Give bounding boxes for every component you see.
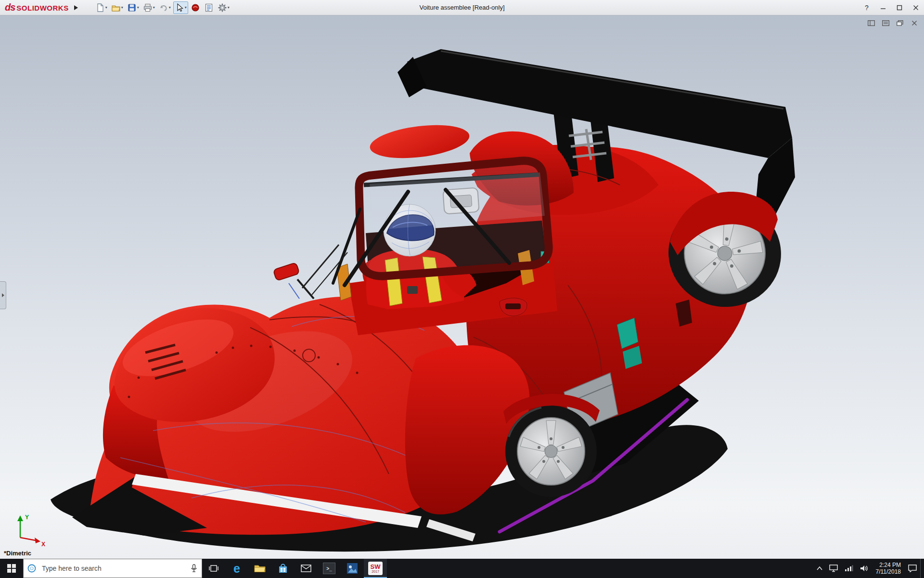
dropdown-caret-icon: ▾ [105, 5, 107, 10]
options-button[interactable]: ▾ [216, 1, 231, 14]
gear-icon [218, 3, 227, 13]
undo-arrow-icon [159, 3, 168, 13]
close-document-icon[interactable] [909, 18, 920, 28]
close-button[interactable] [908, 0, 924, 15]
network-icon [845, 565, 853, 572]
photos-icon [346, 563, 358, 574]
action-center-button[interactable] [905, 559, 920, 578]
dropdown-caret-icon: ▾ [153, 5, 155, 10]
store-button[interactable] [271, 559, 295, 578]
clock-date: 7/11/2018 [876, 568, 901, 575]
rebuild-button[interactable] [189, 1, 202, 14]
edge-icon: e [233, 563, 240, 575]
show-desktop-button[interactable] [920, 559, 924, 578]
speaker-icon [860, 565, 869, 572]
dropdown-caret-icon: ▾ [121, 5, 123, 10]
x-axis-label: X [41, 541, 45, 546]
x-axis-arrow [35, 538, 40, 543]
solidworks-logo: ds SOLIDWORKS [0, 2, 72, 13]
graphics-area[interactable]: Y X *Dimetric [0, 15, 924, 559]
dock-pane-icon[interactable] [865, 18, 877, 28]
sw-icon-year: 2017 [372, 570, 379, 573]
start-button[interactable] [0, 559, 23, 578]
open-button[interactable]: ▾ [110, 1, 125, 14]
solidworks-window: ds SOLIDWORKS ▾ ▾ [0, 0, 924, 578]
minimize-button[interactable] [875, 0, 891, 15]
print-button[interactable]: ▾ [141, 1, 156, 14]
task-view-button[interactable] [202, 559, 225, 578]
taskbar-search[interactable] [23, 559, 202, 578]
clock-time: 2:24 PM [879, 562, 901, 568]
display-tray-button[interactable] [826, 559, 841, 578]
rebuild-icon [191, 3, 200, 13]
volume-tray-button[interactable] [857, 559, 872, 578]
titlebar: ds SOLIDWORKS ▾ ▾ [0, 0, 924, 15]
new-document-button[interactable]: ▾ [94, 1, 109, 14]
tray-expand-button[interactable] [813, 559, 826, 578]
y-axis-label: Y [25, 514, 29, 521]
dropdown-caret-icon: ▾ [185, 5, 187, 10]
microphone-icon[interactable] [186, 564, 202, 573]
store-bag-icon [278, 563, 288, 574]
dropdown-caret-icon: ▾ [137, 5, 139, 10]
task-view-icon [209, 564, 218, 573]
system-tray: 2:24 PM 7/11/2018 [813, 559, 924, 578]
car-assembly-render[interactable] [0, 15, 924, 559]
menu-flyout-arrow-icon[interactable] [72, 2, 80, 13]
solidworks-app-icon: SW 2017 [368, 562, 383, 575]
cortana-icon[interactable] [24, 564, 40, 573]
windows-logo-icon [7, 564, 16, 573]
restore-window-icon[interactable] [894, 18, 906, 28]
feature-tree-flyout-tab[interactable] [0, 281, 6, 309]
select-cursor-icon [175, 3, 184, 13]
document-window-controls [865, 18, 920, 28]
new-document-icon [95, 3, 105, 13]
view-orientation-label: *Dimetric [4, 550, 31, 557]
mail-envelope-icon [301, 565, 311, 572]
console-icon: >_ [323, 563, 335, 574]
save-button[interactable]: ▾ [126, 1, 141, 14]
mail-button[interactable] [295, 559, 318, 578]
monitor-icon [829, 565, 838, 572]
printer-icon [143, 3, 153, 13]
logo-ds-text: ds [5, 2, 15, 13]
folder-icon [254, 564, 266, 573]
open-folder-icon [111, 3, 121, 13]
file-properties-icon [204, 3, 214, 13]
dropdown-caret-icon: ▾ [169, 5, 171, 10]
network-tray-button[interactable] [841, 559, 857, 578]
orientation-triad: Y X [10, 512, 48, 546]
sw-icon-label: SW [371, 564, 381, 570]
edge-button[interactable]: e [225, 559, 248, 578]
windows-taskbar: e >_ [0, 559, 924, 578]
dropdown-caret-icon: ▾ [228, 5, 230, 10]
undo-button[interactable]: ▾ [157, 1, 172, 14]
y-axis-arrow [17, 515, 23, 521]
select-button[interactable]: ▾ [173, 1, 188, 14]
save-floppy-icon [127, 3, 137, 13]
file-explorer-button[interactable] [248, 559, 271, 578]
help-button[interactable]: ? [859, 0, 875, 15]
console-button[interactable]: >_ [318, 559, 341, 578]
rear-left-wheel[interactable] [505, 406, 597, 497]
file-properties-button[interactable] [203, 1, 215, 14]
chevron-up-icon [817, 566, 822, 570]
action-center-icon [908, 565, 917, 572]
feature-manager-icon[interactable] [880, 18, 891, 28]
solidworks-taskbar-button[interactable]: SW 2017 [364, 559, 387, 578]
standard-toolbar: ▾ ▾ ▾ ▾ [94, 1, 231, 14]
search-input[interactable] [40, 565, 186, 572]
photos-button[interactable] [341, 559, 364, 578]
window-controls: ? [859, 0, 924, 15]
logo-name-text: SOLIDWORKS [16, 4, 68, 12]
maximize-button[interactable] [891, 0, 908, 15]
taskbar-clock[interactable]: 2:24 PM 7/11/2018 [872, 559, 905, 578]
